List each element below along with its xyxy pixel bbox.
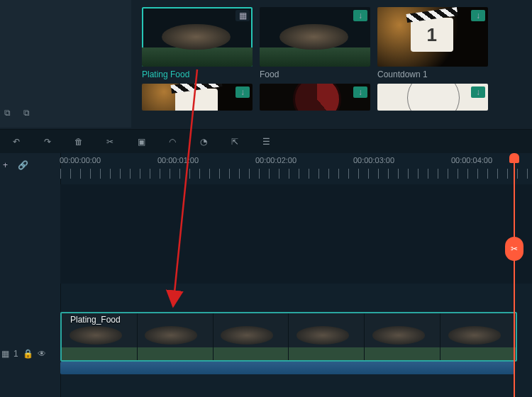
video-track-header[interactable]: ▦ 1 🔒 👁 xyxy=(1,349,46,359)
media-thumb[interactable]: ↓ xyxy=(142,84,253,111)
clip-badge-icon: ▦ xyxy=(235,10,250,21)
download-badge-icon[interactable]: ↓ xyxy=(471,10,485,21)
media-item-food[interactable]: ↓ Food xyxy=(260,7,370,79)
media-thumb[interactable]: ↓ xyxy=(260,84,370,111)
ruler-ticks xyxy=(60,169,532,179)
add-track-icon[interactable]: + xyxy=(3,160,8,170)
settings-icon[interactable]: ☰ xyxy=(260,135,272,148)
media-item-countdown-1[interactable]: 1 ↓ Countdown 1 xyxy=(377,7,488,79)
ruler-mark: 00:00:04:00 xyxy=(451,156,492,164)
download-badge-icon[interactable]: ↓ xyxy=(471,86,485,98)
lock-icon[interactable]: 🔒 xyxy=(23,349,33,359)
track-header-column: + 🔗 ▦ 1 🔒 👁 xyxy=(0,153,61,397)
scissors-icon: ✂ xyxy=(511,244,518,254)
crop-icon[interactable]: ▣ xyxy=(135,135,148,148)
time-ruler[interactable]: 00:00:00:00 00:00:01:00 00:00:02:00 00:0… xyxy=(60,153,532,184)
split-clip-button[interactable]: ✂ xyxy=(505,237,523,261)
timeline-panel: + 🔗 ▦ 1 🔒 👁 00:00:00:00 00:00:01:00 00:0… xyxy=(0,153,532,397)
redo-icon[interactable]: ↷ xyxy=(41,135,54,148)
media-thumb[interactable]: ↓ xyxy=(260,7,370,67)
color-icon[interactable]: ◔ xyxy=(197,135,210,148)
media-item[interactable]: ↓ xyxy=(377,84,488,111)
ruler-mark: 00:00:02:00 xyxy=(255,156,297,164)
link-icon[interactable]: 🔗 xyxy=(18,160,28,170)
ruler-mark: 00:00:01:00 xyxy=(157,156,199,164)
video-track-1[interactable]: Plating_Food xyxy=(60,312,532,360)
media-thumb[interactable]: 1 ↓ xyxy=(377,7,488,67)
editor-toolbar: ↶ ↷ 🗑 ✂ ▣ ◠ ◔ ⇱ ☰ xyxy=(0,129,532,155)
library-sidebar: ⧉ ⧉ xyxy=(0,0,131,128)
media-item[interactable]: ↓ xyxy=(260,84,370,111)
clip-icon: ▦ xyxy=(1,349,9,359)
export-frame-icon[interactable]: ⇱ xyxy=(228,135,241,148)
clip-label: Plating_Food xyxy=(70,315,121,325)
cut-icon[interactable]: ✂ xyxy=(104,135,116,148)
open-folder-icon[interactable]: ⧉ xyxy=(23,108,30,118)
playhead[interactable]: ✂ xyxy=(514,153,515,397)
ruler-mark: 00:00:03:00 xyxy=(353,156,394,164)
audio-track-1[interactable] xyxy=(60,362,514,374)
media-thumb[interactable]: ↓ xyxy=(377,84,488,111)
playhead-handle-icon[interactable] xyxy=(509,153,519,163)
ruler-mark: 00:00:00:00 xyxy=(60,156,101,164)
media-label: Plating Food xyxy=(142,69,253,79)
download-badge-icon[interactable]: ↓ xyxy=(235,86,250,98)
timeline-clip-plating-food[interactable]: Plating_Food xyxy=(60,312,517,362)
media-library-panel: ⧉ ⧉ ▦ Plating Food ↓ Food 1 ↓ Countdown xyxy=(0,0,532,128)
new-folder-icon[interactable]: ⧉ xyxy=(4,108,11,118)
visibility-icon[interactable]: 👁 xyxy=(38,349,46,359)
download-badge-icon[interactable]: ↓ xyxy=(353,86,367,98)
media-thumb[interactable]: ▦ xyxy=(142,7,253,67)
undo-icon[interactable]: ↶ xyxy=(10,135,23,148)
media-grid: ▦ Plating Food ↓ Food 1 ↓ Countdown 1 ↓ xyxy=(142,7,488,111)
track-number: 1 xyxy=(13,349,18,359)
speed-icon[interactable]: ◠ xyxy=(166,135,179,148)
media-item[interactable]: ↓ xyxy=(142,84,253,111)
countdown-number: 1 xyxy=(411,18,453,52)
tracks-empty-area[interactable] xyxy=(60,184,532,284)
media-item-plating-food[interactable]: ▦ Plating Food xyxy=(142,7,253,79)
download-badge-icon[interactable]: ↓ xyxy=(353,10,367,21)
media-label: Food xyxy=(260,69,370,79)
media-label: Countdown 1 xyxy=(377,69,488,79)
delete-icon[interactable]: 🗑 xyxy=(72,135,85,148)
